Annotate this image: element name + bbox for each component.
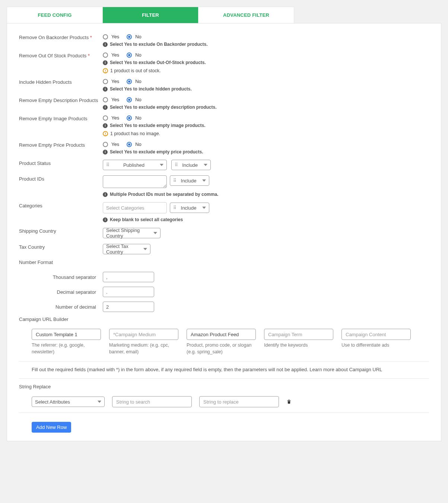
campaign-note: Fill out the required fields (marked wit… <box>32 367 429 372</box>
tax-country-select[interactable]: Select Tax Country <box>103 244 150 254</box>
chevron-down-icon <box>202 179 206 182</box>
campaign-content-help: Use to differentiate ads <box>341 342 411 349</box>
chevron-down-icon <box>202 207 206 209</box>
product-ids-include-select[interactable]: Include <box>170 175 209 186</box>
campaign-medium-input[interactable] <box>109 329 178 340</box>
product-status-include-select[interactable]: Include <box>171 160 211 170</box>
radio-remove-backorder-yes[interactable] <box>103 34 108 39</box>
radio-remove-image-no[interactable] <box>127 115 132 121</box>
info-icon: i <box>103 105 108 110</box>
campaign-source-help: The referrer: (e.g. google, newsletter) <box>32 342 101 355</box>
label-remove-empty-image: Remove Empty Image Products <box>19 115 103 121</box>
tab-advanced-filter[interactable]: ADVANCED FILTER <box>198 7 294 23</box>
string-replace-input[interactable] <box>199 396 279 407</box>
thousand-separator-input[interactable] <box>103 272 154 282</box>
info-icon: i <box>103 192 108 197</box>
chevron-down-icon <box>160 164 163 166</box>
label-thousand-sep: Thousand separator <box>19 274 103 280</box>
chevron-down-icon <box>204 164 207 166</box>
radio-remove-image-yes[interactable] <box>103 115 108 121</box>
radio-remove-oos-yes[interactable] <box>103 52 108 58</box>
delete-row-button[interactable] <box>286 399 292 405</box>
trash-icon <box>286 399 292 405</box>
campaign-name-input[interactable] <box>187 329 256 340</box>
info-icon: i <box>103 42 108 47</box>
label-number-format: Number Format <box>19 260 429 265</box>
radio-remove-desc-yes[interactable] <box>103 97 108 102</box>
label-campaign-url-builder: Campaign URL Builder <box>19 316 429 322</box>
shipping-country-select[interactable]: Select Shipping Country <box>103 228 161 238</box>
chevron-down-icon <box>98 401 101 403</box>
label-string-replace: String Replace <box>19 384 429 389</box>
decimal-separator-input[interactable] <box>103 287 154 297</box>
radio-remove-desc-no[interactable] <box>127 97 132 102</box>
product-ids-input[interactable] <box>103 175 167 188</box>
info-icon: i <box>103 60 108 65</box>
label-categories: Categories <box>19 202 103 208</box>
radio-remove-price-yes[interactable] <box>103 142 108 147</box>
categories-select[interactable]: Select Categories <box>103 202 167 213</box>
label-remove-empty-price: Remove Empty Price Products <box>19 141 103 148</box>
chevron-down-icon <box>153 232 157 234</box>
label-product-status: Product Status <box>19 160 103 166</box>
label-remove-empty-desc: Remove Empty Description Products <box>19 97 103 103</box>
campaign-medium-help: Marketing medium: (e.g. cpc, banner, ema… <box>109 342 178 355</box>
campaign-term-help: Identify the keywords <box>264 342 333 349</box>
campaign-term-input[interactable] <box>264 329 333 340</box>
radio-include-hidden-yes[interactable] <box>103 79 108 84</box>
label-product-ids: Product IDs <box>19 175 103 182</box>
radio-remove-oos-no[interactable] <box>127 52 132 58</box>
string-replace-attribute-select[interactable]: Select Attributes <box>32 397 105 407</box>
campaign-source-input[interactable] <box>32 329 101 340</box>
label-shipping-country: Shipping Country <box>19 227 103 234</box>
chevron-down-icon <box>143 248 147 250</box>
warning-icon: ! <box>103 68 108 73</box>
label-tax-country: Tax Country <box>19 243 103 250</box>
info-icon: i <box>103 217 108 222</box>
label-include-hidden: Include Hidden Products <box>19 79 103 85</box>
radio-include-hidden-no[interactable] <box>127 79 132 84</box>
filter-panel: Remove On Backorder Products * Yes No iS… <box>7 23 441 441</box>
label-decimal-sep: Decimal separator <box>19 289 103 295</box>
add-new-row-button[interactable]: Add New Row <box>32 422 71 433</box>
campaign-name-help: Product, promo code, or slogan (e.g. spr… <box>187 342 256 355</box>
radio-remove-price-no[interactable] <box>127 142 132 147</box>
info-icon: i <box>103 150 108 155</box>
tab-filter[interactable]: FILTER <box>103 7 198 23</box>
product-status-select[interactable]: Published <box>103 160 167 170</box>
info-icon: i <box>103 123 108 128</box>
label-remove-oos: Remove Out Of Stock Products * <box>19 52 103 58</box>
campaign-content-input[interactable] <box>341 329 411 340</box>
label-num-decimal: Number of decimal <box>19 304 103 310</box>
warning-icon: ! <box>103 131 108 136</box>
number-decimal-input[interactable] <box>103 302 154 312</box>
string-search-input[interactable] <box>112 396 192 407</box>
info-icon: i <box>103 87 108 92</box>
tab-feed-config[interactable]: FEED CONFIG <box>7 7 103 23</box>
radio-remove-backorder-no[interactable] <box>127 34 132 39</box>
categories-include-select[interactable]: Include <box>170 203 209 213</box>
label-remove-backorder: Remove On Backorder Products * <box>19 34 103 40</box>
